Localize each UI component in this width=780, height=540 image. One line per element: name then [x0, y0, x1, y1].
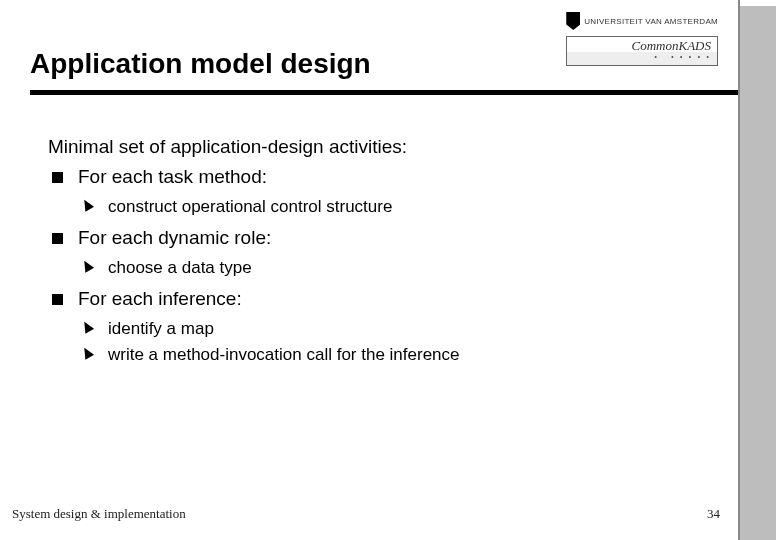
- intro-text: Minimal set of application-design activi…: [48, 133, 708, 161]
- university-logo: UNIVERSITEIT VAN AMSTERDAM: [566, 12, 718, 30]
- university-name: UNIVERSITEIT VAN AMSTERDAM: [584, 17, 718, 26]
- bullet-list: For each task method: construct operatio…: [48, 163, 708, 368]
- header: UNIVERSITEIT VAN AMSTERDAM CommonKADS • …: [0, 0, 738, 95]
- title-rule: [30, 90, 738, 95]
- list-item-label: For each task method:: [78, 166, 267, 187]
- slide: UNIVERSITEIT VAN AMSTERDAM CommonKADS • …: [0, 0, 740, 540]
- sub-list-item: write a method-invocation call for the i…: [78, 342, 708, 368]
- sub-list: construct operational control structure: [78, 194, 708, 220]
- logo-block: UNIVERSITEIT VAN AMSTERDAM CommonKADS • …: [566, 12, 718, 66]
- list-item: For each task method: construct operatio…: [48, 163, 708, 220]
- crest-icon: [566, 12, 580, 30]
- sub-list: identify a map write a method-invocation…: [78, 316, 708, 367]
- list-item: For each inference: identify a map write…: [48, 285, 708, 368]
- sub-list-item: choose a data type: [78, 255, 708, 281]
- sub-list: choose a data type: [78, 255, 708, 281]
- brand-decoration: • • • • • •: [573, 54, 711, 63]
- brand-name: CommonKADS: [632, 38, 711, 53]
- list-item-label: For each inference:: [78, 288, 242, 309]
- list-item: For each dynamic role: choose a data typ…: [48, 224, 708, 281]
- sub-list-item: identify a map: [78, 316, 708, 342]
- page-number: 34: [707, 506, 720, 522]
- footer: System design & implementation 34: [12, 506, 720, 522]
- brand-logo: CommonKADS • • • • • •: [566, 36, 718, 66]
- side-shadow: [740, 6, 776, 540]
- sub-list-item: construct operational control structure: [78, 194, 708, 220]
- content: Minimal set of application-design activi…: [0, 95, 738, 367]
- footer-left: System design & implementation: [12, 506, 186, 522]
- list-item-label: For each dynamic role:: [78, 227, 271, 248]
